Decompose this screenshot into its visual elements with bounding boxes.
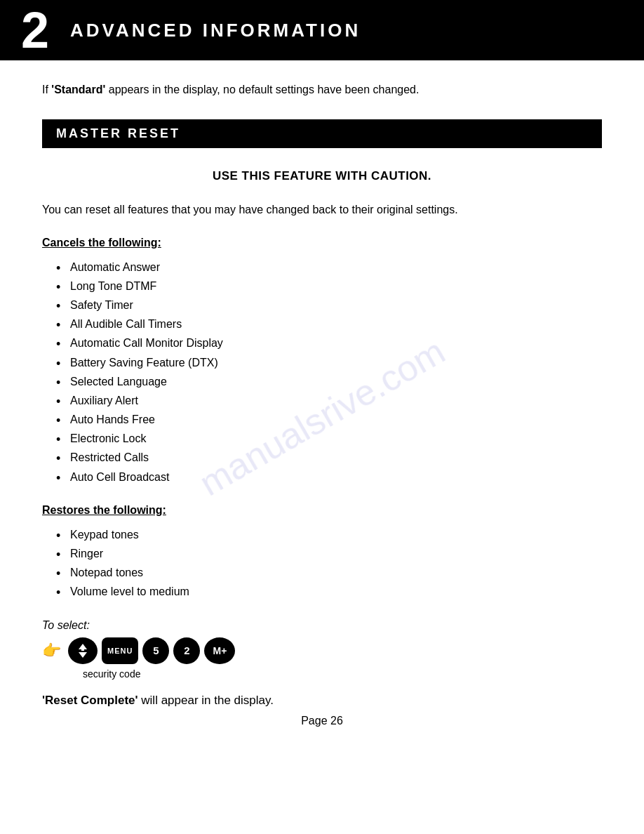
chapter-number: 2 [21, 5, 49, 55]
intro-before: If [42, 84, 51, 95]
menu-key: MENU [102, 637, 138, 664]
list-item: Battery Saving Feature (DTX) [56, 353, 602, 372]
nav-key [68, 637, 98, 664]
cancels-heading: Cancels the following: [42, 237, 602, 249]
cancels-list: Automatic Answer Long Tone DTMF Safety T… [56, 258, 602, 486]
list-item: Ringer [56, 544, 602, 563]
list-item: Electronic Lock [56, 429, 602, 448]
body-text: You can reset all features that you may … [42, 201, 602, 219]
list-item: Automatic Answer [56, 258, 602, 277]
security-code-label: security code [83, 668, 602, 680]
list-item: All Audible Call Timers [56, 315, 602, 333]
caution-text: USE THIS FEATURE WITH CAUTION. [42, 169, 602, 183]
intro-after: appears in the display, no default setti… [105, 84, 419, 95]
list-item: Auto Hands Free [56, 410, 602, 429]
list-item: Restricted Calls [56, 448, 602, 467]
master-reset-header: MASTER RESET [42, 119, 602, 148]
to-select-label: To select: [42, 619, 602, 632]
list-item: Auxiliary Alert [56, 391, 602, 410]
intro-paragraph: If 'Standard' appears in the display, no… [42, 81, 602, 98]
list-item: Selected Language [56, 372, 602, 391]
page-header: 2 ADVANCED INFORMATION [0, 0, 644, 60]
key-2: 2 [173, 637, 200, 664]
page-number: Page 26 [42, 715, 602, 727]
list-item: Keypad tones [56, 525, 602, 544]
key-mplus-label: M+ [213, 645, 227, 656]
key-5: 5 [142, 637, 169, 664]
list-item: Volume level to medium [56, 582, 602, 601]
list-item: Automatic Call Monitor Display [56, 333, 602, 352]
svg-rect-2 [77, 651, 88, 652]
key-5-label: 5 [153, 644, 159, 656]
key-sequence: 👉 MENU 5 2 M+ [42, 637, 602, 664]
key-mplus: M+ [204, 637, 235, 664]
list-item: Auto Cell Broadcast [56, 468, 602, 486]
reset-complete-text: 'Reset Complete' will appear in the disp… [42, 694, 602, 708]
restores-heading: Restores the following: [42, 504, 602, 517]
signal-icon [73, 641, 93, 661]
restores-list: Keypad tones Ringer Notepad tones Volume… [56, 525, 602, 602]
main-content: If 'Standard' appears in the display, no… [0, 81, 644, 755]
finger-icon: 👉 [42, 642, 61, 660]
reset-complete-after: will appear in the display. [138, 694, 274, 707]
key-2-label: 2 [184, 644, 189, 656]
list-item: Safety Timer [56, 296, 602, 315]
list-item: Notepad tones [56, 563, 602, 582]
header-title: ADVANCED INFORMATION [70, 20, 361, 41]
reset-complete-bold: 'Reset Complete' [42, 694, 138, 707]
menu-label: MENU [107, 647, 133, 655]
intro-bold: 'Standard' [51, 84, 105, 95]
list-item: Long Tone DTMF [56, 277, 602, 296]
svg-marker-3 [79, 652, 87, 658]
